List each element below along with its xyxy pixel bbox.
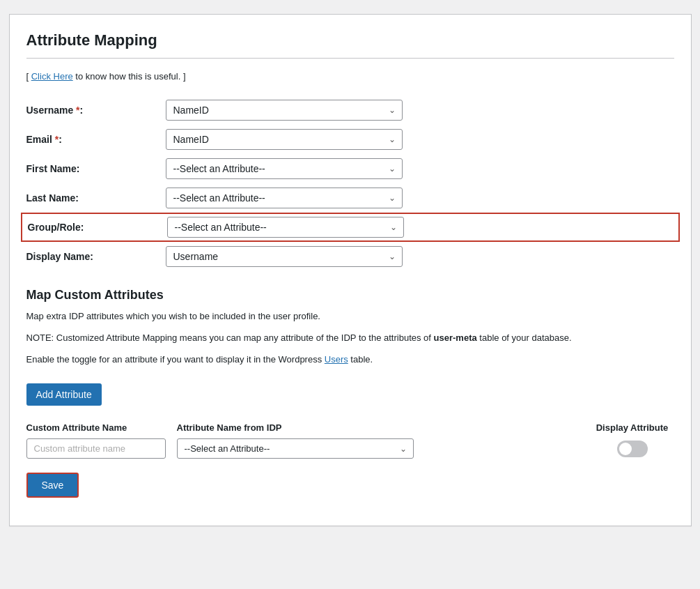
first-name-select-wrapper: --Select an Attribute-- NameID FirstName…	[166, 158, 403, 179]
custom-desc1: Map extra IDP attributes which you wish …	[26, 309, 674, 324]
display-attr-toggle-wrapper	[591, 441, 674, 457]
custom-attr-headers: Custom Attribute Name Attribute Name fro…	[26, 422, 674, 433]
required-star-email: *	[55, 134, 59, 145]
add-attribute-button[interactable]: Add Attribute	[26, 383, 102, 406]
custom-section-title: Map Custom Attributes	[26, 288, 674, 303]
display-name-select[interactable]: Username NameID Email --Select an Attrib…	[166, 246, 403, 267]
attr-label-first-name: First Name:	[26, 163, 166, 174]
group-role-select[interactable]: --Select an Attribute-- NameID Group Rol…	[167, 217, 404, 238]
desc2-bold: user-meta	[434, 332, 477, 343]
username-select-wrapper: NameID Username Email ⌄	[166, 100, 403, 121]
page-wrapper: Attribute Mapping [ Click Here to know h…	[9, 14, 692, 526]
info-line: [ Click Here to know how this is useful.…	[26, 71, 674, 82]
custom-desc3: Enable the toggle for an attribute if yo…	[26, 353, 674, 367]
last-name-select[interactable]: --Select an Attribute-- NameID LastName	[166, 188, 403, 208]
attr-label-display-name: Display Name:	[26, 251, 166, 262]
attr-label-username: Username *:	[26, 105, 166, 116]
idp-attr-select[interactable]: --Select an Attribute-- NameID Username …	[177, 438, 414, 459]
custom-attr-row: --Select an Attribute-- NameID Username …	[26, 438, 674, 459]
desc2-prefix: NOTE: Customized Attribute Mapping means…	[26, 332, 434, 343]
attr-label-last-name: Last Name:	[26, 192, 166, 204]
required-star: *	[76, 105, 79, 116]
col-header-idp-attr: Attribute Name from IDP	[177, 422, 414, 433]
attr-row-last-name: Last Name: --Select an Attribute-- NameI…	[26, 183, 674, 213]
attr-row-username: Username *: NameID Username Email ⌄	[26, 95, 674, 125]
username-select[interactable]: NameID Username Email	[166, 100, 403, 121]
email-select[interactable]: NameID Username Email	[166, 129, 403, 150]
desc3-suffix: table.	[348, 354, 373, 365]
click-here-link[interactable]: Click Here	[31, 71, 73, 82]
attr-row-first-name: First Name: --Select an Attribute-- Name…	[26, 154, 674, 183]
last-name-select-wrapper: --Select an Attribute-- NameID LastName …	[166, 188, 403, 208]
desc2-suffix: table of your database.	[477, 332, 572, 343]
save-button[interactable]: Save	[26, 473, 79, 498]
display-attr-toggle[interactable]	[617, 441, 648, 457]
section-divider	[26, 58, 674, 59]
page-title: Attribute Mapping	[26, 31, 674, 49]
info-suffix: to know how this is useful. ]	[73, 71, 186, 82]
custom-attr-name-input[interactable]	[26, 438, 166, 459]
toggle-slider	[617, 441, 648, 457]
attr-row-display-name: Display Name: Username NameID Email --Se…	[26, 242, 674, 271]
attr-row-group-role: Group/Role: --Select an Attribute-- Name…	[21, 213, 680, 242]
users-link[interactable]: Users	[325, 354, 348, 365]
custom-attr-section: Custom Attribute Name Attribute Name fro…	[26, 422, 674, 459]
attr-row-email: Email *: NameID Username Email ⌄	[26, 125, 674, 154]
group-role-select-wrapper: --Select an Attribute-- NameID Group Rol…	[167, 217, 404, 238]
desc3-prefix: Enable the toggle for an attribute if yo…	[26, 354, 325, 365]
display-name-select-wrapper: Username NameID Email --Select an Attrib…	[166, 246, 403, 267]
email-select-wrapper: NameID Username Email ⌄	[166, 129, 403, 150]
col-header-display: Display Attribute	[591, 422, 674, 433]
idp-select-wrapper: --Select an Attribute-- NameID Username …	[177, 438, 414, 459]
attr-label-group-role: Group/Role:	[28, 222, 167, 233]
col-header-custom-name: Custom Attribute Name	[26, 422, 166, 433]
custom-desc2: NOTE: Customized Attribute Mapping means…	[26, 331, 674, 346]
attr-label-email: Email *:	[26, 134, 166, 145]
first-name-select[interactable]: --Select an Attribute-- NameID FirstName	[166, 158, 403, 179]
info-prefix: [	[26, 71, 31, 82]
